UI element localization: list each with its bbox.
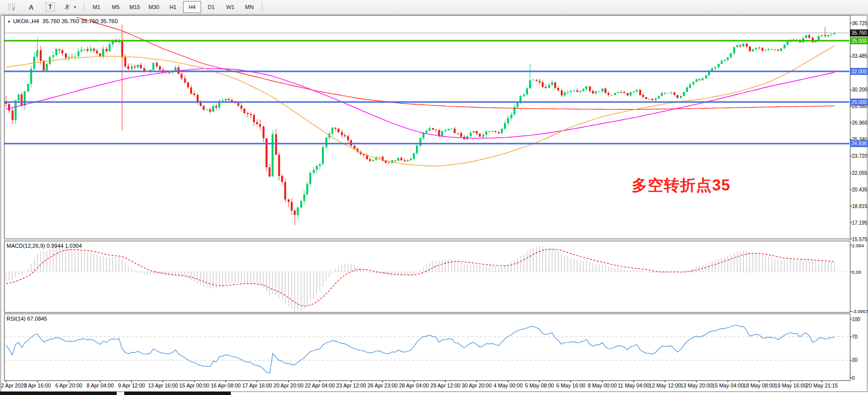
symbol-period-label: UKOil-,H4 [13, 18, 39, 24]
timeframe-button-w1[interactable]: W1 [221, 1, 239, 13]
svg-text:20.435: 20.435 [852, 187, 867, 192]
time-axis[interactable]: 2 Apr 20203 Apr 16:006 Apr 20:008 Apr 04… [0, 380, 868, 391]
ohlc-values: 35.760 35.760 35.760 35.760 [42, 18, 118, 24]
svg-text:0.00: 0.00 [852, 269, 861, 275]
bottom-bar-segment [0, 391, 117, 395]
letter-a-icon: A [29, 4, 33, 11]
svg-text:26 Apr 23:00: 26 Apr 23:00 [368, 382, 398, 388]
svg-text:18 May 08:00: 18 May 08:00 [743, 382, 775, 388]
svg-text:18.815: 18.815 [852, 204, 867, 209]
svg-text:13 May 20:00: 13 May 20:00 [680, 382, 713, 388]
svg-text:33.485: 33.485 [852, 53, 867, 59]
bottom-bar-segment [124, 391, 231, 395]
arrows-icon [63, 4, 71, 11]
timeframe-button-m15[interactable]: M15 [126, 1, 144, 13]
svg-text:35.760: 35.760 [851, 30, 867, 36]
svg-text:11 May 04:00: 11 May 04:00 [618, 382, 650, 388]
svg-text:17 Apr 16:00: 17 Apr 16:00 [242, 382, 272, 388]
svg-text:24.936: 24.936 [851, 141, 867, 146]
svg-text:70: 70 [852, 334, 858, 340]
svg-text:F: F [13, 7, 16, 11]
svg-text:0: 0 [852, 375, 855, 381]
svg-text:16 Apr 08:00: 16 Apr 08:00 [211, 382, 241, 388]
toolbar-separator [262, 2, 263, 12]
toolbar-separator [83, 2, 84, 12]
timeframe-button-m5[interactable]: M5 [107, 1, 125, 13]
svg-text:30 Apr 20:00: 30 Apr 20:00 [462, 382, 492, 388]
boxed-t-icon: T [46, 3, 54, 12]
macd-panel-plot[interactable]: 2.0840.00-3.0957 [0, 241, 868, 313]
timeframe-button-m1[interactable]: M1 [88, 1, 106, 13]
svg-text:29 Apr 12:00: 29 Apr 12:00 [430, 382, 461, 388]
timeframe-button-d1[interactable]: D1 [202, 1, 220, 13]
rsi-label: RSI(14) 67.0845 [7, 316, 47, 322]
arrows-tool-button[interactable]: ▼ [60, 1, 80, 13]
svg-text:35.000: 35.000 [851, 38, 867, 44]
svg-text:22 Apr 04:00: 22 Apr 04:00 [305, 382, 335, 388]
toolbar: F A T ▼ M1 M5 M15 M30 H1 H4 D1 W1 MN [0, 0, 868, 15]
svg-text:20 Apr 20:00: 20 Apr 20:00 [274, 382, 304, 388]
svg-text:5 May 08:00: 5 May 08:00 [525, 382, 554, 388]
chart-title: ▼UKOil-,H4 35.760 35.760 35.760 35.760 [7, 18, 118, 24]
svg-text:32.000: 32.000 [851, 69, 867, 74]
svg-text:12 May 12:00: 12 May 12:00 [649, 382, 681, 388]
timeframe-button-h1[interactable]: H1 [164, 1, 182, 13]
svg-text:22.055: 22.055 [852, 170, 867, 176]
rsi-value: 67.0845 [27, 316, 47, 322]
dotted-grid-icon: F [8, 3, 17, 11]
timeframe-button-mn[interactable]: MN [240, 1, 258, 13]
svg-text:2.084: 2.084 [852, 243, 864, 248]
text-label-button[interactable]: A [22, 1, 40, 13]
main-chart[interactable]: 36.72533.48531.86530.20028.58026.96025.3… [0, 15, 868, 240]
svg-text:15 Apr 00:00: 15 Apr 00:00 [180, 382, 210, 388]
svg-text:3 Apr 16:00: 3 Apr 16:00 [24, 382, 51, 388]
svg-text:100: 100 [852, 317, 860, 322]
rsi-panel-plot[interactable]: 10070300 [0, 314, 868, 381]
symbol-dropdown-caret-icon[interactable]: ▼ [7, 20, 11, 24]
macd-values: 0.9944 1.0304 [46, 243, 81, 249]
svg-text:26.960: 26.960 [852, 120, 867, 126]
svg-text:8 May 00:00: 8 May 00:00 [588, 382, 617, 388]
timeframe-button-h4[interactable]: H4 [183, 1, 201, 13]
svg-text:29.000: 29.000 [851, 100, 867, 105]
svg-text:9 Apr 12:00: 9 Apr 12:00 [118, 382, 145, 388]
dropdown-caret-icon: ▼ [73, 5, 77, 10]
svg-text:6 May 16:00: 6 May 16:00 [556, 382, 585, 388]
svg-text:20 May 21:15: 20 May 21:15 [806, 382, 838, 388]
svg-text:8 Apr 04:00: 8 Apr 04:00 [86, 382, 114, 388]
svg-text:23 Apr 12:00: 23 Apr 12:00 [336, 382, 367, 388]
svg-text:2 Apr 2020: 2 Apr 2020 [1, 382, 27, 388]
timeframe-button-m30[interactable]: M30 [145, 1, 163, 13]
svg-text:15 May 04:00: 15 May 04:00 [712, 382, 744, 388]
metatrader-window: F A T ▼ M1 M5 M15 M30 H1 H4 D1 W1 MN 36.… [0, 0, 868, 395]
svg-text:23.720: 23.720 [852, 153, 867, 159]
svg-text:4 May 00:00: 4 May 00:00 [494, 382, 523, 388]
indicator-properties-button[interactable]: F [3, 1, 21, 13]
svg-text:36.725: 36.725 [852, 21, 867, 26]
svg-text:13 Apr 16:00: 13 Apr 16:00 [148, 382, 178, 388]
svg-text:30: 30 [852, 357, 858, 363]
macd-label: MACD(12,26,9) 0.9944 1.0304 [7, 243, 82, 249]
svg-text:19 May 16:00: 19 May 16:00 [774, 382, 807, 388]
svg-text:30.200: 30.200 [852, 87, 867, 92]
svg-text:28 Apr 04:00: 28 Apr 04:00 [399, 382, 429, 388]
chart-annotation-text[interactable]: 多空转折点35 [632, 175, 730, 196]
svg-text:6 Apr 20:00: 6 Apr 20:00 [55, 382, 82, 388]
text-tool-button[interactable]: T [41, 1, 59, 13]
svg-text:17.195: 17.195 [852, 220, 867, 226]
